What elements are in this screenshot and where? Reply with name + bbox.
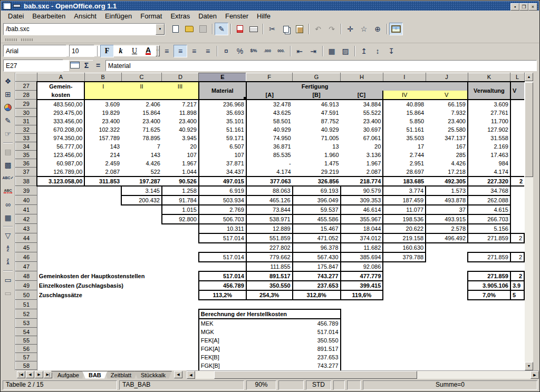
cell-I44[interactable]: 219.158 — [383, 233, 426, 243]
cell-E54[interactable]: MGK — [199, 328, 246, 336]
row-header-37[interactable]: 37 — [16, 168, 37, 177]
align-center-button[interactable]: ≡ — [173, 45, 187, 57]
cell-C39[interactable]: 3.145 — [121, 186, 162, 195]
insert-cells-icon[interactable]: ⊞ — [2, 87, 14, 101]
delete-decimal-button[interactable]: 000. — [274, 45, 288, 57]
cell-E39[interactable]: 6.919 — [199, 186, 246, 195]
cell-D57[interactable] — [162, 353, 199, 361]
cell-A47[interactable] — [37, 262, 84, 271]
cell-L43[interactable] — [510, 224, 524, 233]
cell-L34[interactable] — [510, 142, 524, 151]
cell-J47[interactable] — [426, 262, 468, 271]
cell-F47[interactable]: 111.855 — [246, 262, 293, 271]
cell-K56[interactable] — [468, 345, 510, 353]
cell-G57[interactable]: 237.653 — [293, 353, 341, 361]
cell-G41[interactable]: 59.537 — [293, 205, 341, 214]
cell-H39[interactable]: 90.579 — [341, 186, 383, 195]
cell-E46[interactable]: 517.014 — [199, 252, 246, 262]
col-header-K[interactable]: K — [468, 73, 510, 82]
cell-K36[interactable]: 984 — [468, 159, 510, 168]
cell-B34[interactable]: 143 — [84, 142, 121, 151]
cell-L42[interactable] — [510, 214, 524, 224]
cell-J29[interactable]: 66.159 — [426, 100, 468, 109]
row-header-49[interactable]: 49 — [16, 281, 37, 290]
cell-H52[interactable] — [341, 309, 383, 319]
paste-icon[interactable] — [293, 23, 306, 35]
cell-A41[interactable] — [37, 205, 84, 214]
menu-einfügen[interactable]: Einfügen — [101, 11, 136, 21]
cell-D51[interactable] — [162, 300, 199, 309]
cell-H50[interactable]: 119,6% — [341, 290, 383, 300]
sum-icon[interactable]: Σ — [81, 61, 92, 71]
split-window-icon[interactable]: ▭ — [2, 273, 14, 286]
cell-J57[interactable] — [426, 353, 468, 361]
cell-J56[interactable] — [426, 345, 468, 353]
add-decimal-button[interactable]: .000 — [261, 45, 274, 57]
cell-I49[interactable] — [383, 281, 426, 290]
themes-icon[interactable]: ▩ — [2, 158, 14, 171]
cell-G49[interactable]: 237.653 — [293, 281, 341, 290]
horizontal-scrollbar[interactable]: ◀ ▶ — [187, 370, 539, 379]
function-wizard-icon[interactable] — [69, 61, 81, 71]
cell-D40[interactable]: 91.784 — [162, 195, 199, 205]
cell-A43[interactable] — [37, 224, 84, 233]
cell-A56[interactable] — [37, 345, 84, 353]
sheet-tab-stückkalk[interactable]: Stückkalk — [134, 371, 172, 379]
cell-K44[interactable]: 271.859 — [468, 233, 510, 243]
cell-C52[interactable] — [121, 309, 162, 319]
cell-E44[interactable]: 517.014 — [199, 233, 246, 243]
cell-H53[interactable] — [341, 319, 383, 328]
cell-J28[interactable]: V — [426, 91, 468, 100]
tab-nav-first-button[interactable]: |◀ — [17, 371, 25, 378]
increase-indent-button[interactable]: ⇥ — [306, 45, 320, 57]
cell-J30[interactable]: 7.932 — [426, 109, 468, 117]
cell-K55[interactable] — [468, 336, 510, 345]
cell-J36[interactable]: 4.426 — [426, 159, 468, 168]
cell-L36[interactable] — [510, 159, 524, 168]
cell-C28[interactable] — [121, 91, 162, 100]
cell-I52[interactable] — [383, 309, 426, 319]
sort-ascending-icon[interactable]: A Z — [2, 242, 14, 255]
cell-F29[interactable]: 32.478 — [246, 100, 293, 109]
col-header-E[interactable]: E — [199, 73, 246, 82]
cell-E38[interactable]: 497.015 — [199, 177, 246, 186]
cell-C41[interactable] — [121, 205, 162, 214]
copy-icon[interactable] — [279, 23, 293, 35]
cell-J34[interactable]: 167 — [426, 142, 468, 151]
cell-C54[interactable] — [121, 328, 162, 336]
cell-J41[interactable]: 37 — [426, 205, 468, 214]
align-left-button[interactable]: ≡ — [160, 45, 173, 57]
cell-A37[interactable]: 126.789,00 — [37, 168, 84, 177]
cell-G46[interactable]: 567.430 — [293, 252, 341, 262]
cell-F58[interactable] — [246, 361, 293, 370]
cell-A27[interactable]: Gemein- — [37, 82, 84, 91]
menu-fenster[interactable]: Fenster — [221, 11, 253, 21]
cell-G28[interactable]: [B] — [293, 91, 341, 100]
cell-B40[interactable] — [84, 195, 121, 205]
cell-E36[interactable]: 37.871 — [199, 159, 246, 168]
cell-L55[interactable] — [510, 336, 524, 345]
cell-B43[interactable] — [84, 224, 121, 233]
menu-datei[interactable]: Datei — [4, 11, 28, 21]
row-header-29[interactable]: 29 — [16, 100, 37, 109]
cell-H46[interactable]: 385.694 — [341, 252, 383, 262]
cell-L27[interactable]: V — [510, 82, 524, 100]
cell-I27[interactable] — [383, 82, 426, 91]
formula-input[interactable] — [106, 61, 536, 71]
cell-B47[interactable] — [84, 262, 121, 271]
cell-I34[interactable]: 17 — [383, 142, 426, 151]
cell-F38[interactable]: 377.063 — [246, 177, 293, 186]
cell-L40[interactable] — [510, 195, 524, 205]
cell-E40[interactable]: 503.934 — [199, 195, 246, 205]
cell-F31[interactable]: 58.501 — [246, 117, 293, 125]
navigator-icon[interactable]: ✛ — [343, 23, 357, 35]
cell-I55[interactable] — [383, 336, 426, 345]
row-header-41[interactable]: 41 — [16, 205, 37, 214]
cell-K35[interactable]: 17.463 — [468, 151, 510, 159]
cell-L29[interactable] — [510, 100, 524, 109]
spellcheck-icon[interactable]: ABC✓ — [2, 171, 14, 184]
cell-L35[interactable] — [510, 151, 524, 159]
cell-H57[interactable] — [341, 353, 383, 361]
cell-C55[interactable] — [121, 336, 162, 345]
cell-D44[interactable] — [162, 233, 199, 243]
